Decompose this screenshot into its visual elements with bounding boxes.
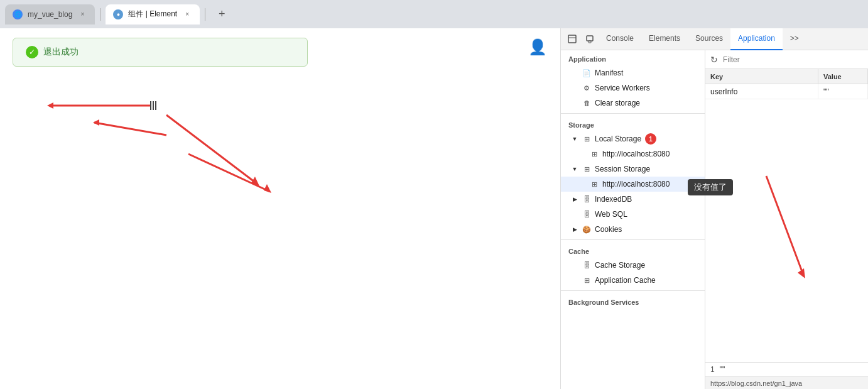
status-url: https://blog.csdn.net/gn1_java	[710, 380, 802, 387]
tab-divider-2	[205, 8, 205, 21]
sidebar-item-cookies[interactable]: ▶ 🍪 Cookies	[561, 222, 705, 237]
sidebar-label-indexeddb: IndexedDB	[595, 195, 632, 204]
cell-value-userinfo: ""	[818, 84, 868, 99]
svg-rect-4	[568, 35, 576, 43]
tab-close-1[interactable]: ×	[77, 9, 87, 19]
sidebar-label-cache-storage: Cache Storage	[595, 261, 645, 270]
tab-elements[interactable]: Elements	[641, 28, 688, 50]
expand-application-cache	[571, 277, 578, 284]
expand-service-workers	[571, 84, 578, 92]
local-storage-icon: ⊞	[582, 134, 591, 143]
toast-message: 退出成功	[43, 47, 79, 58]
sidebar-section-application: Application	[561, 50, 705, 65]
toast-check-icon: ✓	[26, 46, 38, 58]
data-table: userInfo ""	[705, 84, 868, 362]
sidebar-label-application-cache: Application Cache	[595, 276, 656, 285]
sidebar-item-clear-storage[interactable]: 🗑 Clear storage	[561, 96, 705, 111]
sidebar-label-manifest: Manifest	[595, 68, 623, 77]
new-tab-button[interactable]: +	[213, 6, 231, 23]
svg-rect-6	[587, 36, 593, 41]
sidebar-item-service-workers[interactable]: ⚙ Service Workers	[561, 80, 705, 96]
inspect-icon[interactable]	[563, 30, 581, 48]
sidebar-item-manifest[interactable]: 📄 Manifest	[561, 65, 705, 80]
row-value: ""	[720, 365, 725, 374]
devices-icon[interactable]	[581, 30, 599, 48]
web-sql-icon: 🗄	[582, 210, 591, 219]
sidebar-item-cache-storage[interactable]: 🗄 Cache Storage	[561, 258, 705, 273]
sidebar-item-session-storage-sub[interactable]: ⊞ http://localhost:8080	[561, 177, 705, 192]
clear-storage-icon: 🗑	[582, 99, 591, 107]
svg-line-2	[188, 154, 270, 192]
expand-cache-storage	[571, 261, 578, 269]
sidebar-item-local-storage-sub[interactable]: ⊞ http://localhost:8080	[561, 146, 705, 162]
sidebar-label-cookies: Cookies	[595, 225, 622, 234]
sidebar-section-background: Background Services	[561, 293, 705, 309]
tab-element[interactable]: ● 组件 | Element ×	[106, 4, 200, 25]
devtools-sidebar: Application 📄 Manifest ⚙ Service Workers…	[561, 50, 705, 389]
tab-sources[interactable]: Sources	[688, 28, 730, 50]
expand-indexeddb: ▶	[571, 195, 578, 203]
annotation-bubble: 没有值了	[688, 179, 733, 195]
expand-manifest	[571, 69, 578, 77]
expand-clear-storage	[571, 99, 578, 107]
sidebar-item-web-sql[interactable]: 🗄 Web SQL	[561, 207, 705, 222]
manifest-icon: 📄	[582, 68, 591, 77]
devtools-panel: Console Elements Sources Application >>	[560, 28, 868, 389]
session-storage-icon: ⊞	[582, 165, 591, 173]
service-workers-icon: ⚙	[582, 84, 591, 92]
ss-sub-icon: ⊞	[590, 180, 599, 189]
cache-storage-icon: 🗄	[582, 261, 591, 270]
sidebar-item-indexeddb[interactable]: ▶ 🗄 IndexedDB	[561, 192, 705, 207]
local-storage-badge: 1	[645, 133, 656, 145]
sidebar-label-service-workers: Service Workers	[595, 84, 650, 92]
expand-local-storage: ▼	[571, 135, 578, 143]
tab-divider	[100, 8, 100, 21]
refresh-button[interactable]: ↻	[710, 55, 718, 65]
tab-console[interactable]: Console	[599, 28, 641, 50]
tab-my-vue-blog[interactable]: 🌐 my_vue_blog ×	[5, 4, 95, 25]
devtools-main: ↻ Key Value userInfo ""	[705, 50, 868, 389]
application-cache-icon: ⊞	[582, 276, 591, 285]
filter-input[interactable]	[723, 55, 863, 64]
table-header: Key Value	[705, 69, 868, 84]
devtools-tabs: Console Elements Sources Application >>	[561, 28, 868, 50]
expand-session-storage: ▼	[571, 165, 578, 173]
tab-title-2: 组件 | Element	[128, 9, 177, 19]
tab-icon-1: 🌐	[13, 9, 23, 19]
sidebar-item-session-storage[interactable]: ▼ ⊞ Session Storage	[561, 162, 705, 177]
filter-bar: ↻	[705, 50, 868, 69]
tab-icon-2: ●	[113, 9, 123, 19]
sidebar-item-local-storage[interactable]: ▼ ⊞ Local Storage 1	[561, 131, 705, 146]
row-number: 1	[710, 365, 715, 374]
divider-1	[561, 113, 705, 114]
expand-web-sql	[571, 211, 578, 218]
tab-title-1: my_vue_blog	[28, 10, 72, 19]
expand-ls-sub	[578, 150, 586, 158]
status-bar: https://blog.csdn.net/gn1_java	[705, 376, 868, 389]
sidebar-section-storage: Storage	[561, 116, 705, 131]
sidebar-label-local-storage: Local Storage	[595, 134, 641, 143]
tab-application[interactable]: Application	[730, 28, 783, 50]
svg-marker-3	[264, 184, 271, 193]
tab-close-2[interactable]: ×	[182, 9, 192, 19]
sidebar-label-clear-storage: Clear storage	[595, 99, 640, 107]
sidebar-label-web-sql: Web SQL	[595, 210, 627, 219]
svg-line-0	[94, 123, 166, 135]
svg-rect-7	[589, 41, 591, 43]
sidebar-section-cache: Cache	[561, 243, 705, 258]
ls-sub-icon: ⊞	[590, 150, 599, 158]
table-row[interactable]: userInfo ""	[705, 84, 868, 99]
annotation-arrows	[0, 28, 560, 389]
sidebar-label-ss-sub: http://localhost:8080	[602, 180, 670, 189]
toast-success: ✓ 退出成功	[13, 38, 308, 67]
sidebar-item-application-cache[interactable]: ⊞ Application Cache	[561, 273, 705, 288]
divider-2	[561, 239, 705, 240]
user-icon[interactable]: 👤	[528, 37, 548, 57]
browser-chrome: 🌐 my_vue_blog × ● 组件 | Element × +	[0, 0, 868, 28]
page-content: 友链 👤 ✓ 退出成功	[0, 28, 560, 389]
cell-key-userinfo: userInfo	[705, 84, 818, 99]
bottom-row: 1 ""	[705, 362, 868, 376]
tab-more[interactable]: >>	[783, 28, 806, 50]
col-header-key: Key	[705, 69, 818, 84]
devtools-body: Application 📄 Manifest ⚙ Service Workers…	[561, 50, 868, 389]
